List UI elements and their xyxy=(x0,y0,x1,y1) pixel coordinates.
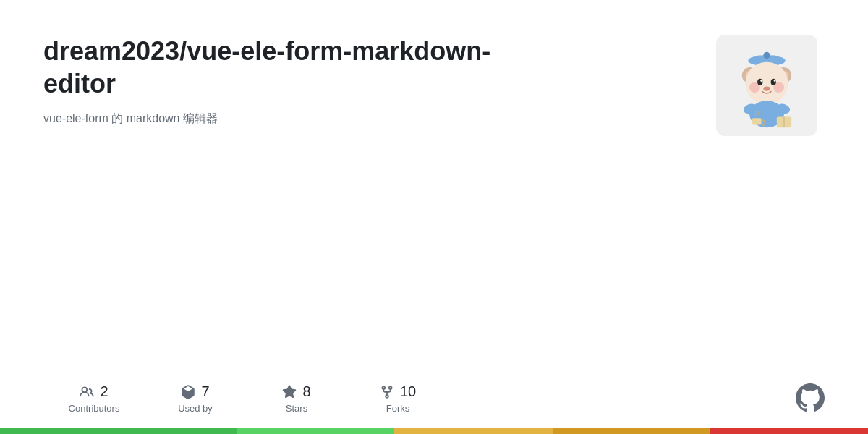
contributors-count: 2 xyxy=(100,383,108,400)
bar-segment-2 xyxy=(237,428,394,434)
stars-count: 8 xyxy=(302,383,310,400)
star-icon xyxy=(282,385,297,399)
stat-stars[interactable]: 8 Stars xyxy=(246,383,347,414)
stat-forks[interactable]: 10 Forks xyxy=(347,383,448,414)
repo-owner: dream2023/ xyxy=(43,36,187,66)
github-icon-container[interactable] xyxy=(796,383,825,412)
stat-used-by[interactable]: 7 Used by xyxy=(145,383,246,414)
svg-point-2 xyxy=(763,52,770,59)
svg-point-12 xyxy=(760,80,762,82)
language-bar xyxy=(0,428,868,434)
used-by-count: 7 xyxy=(201,383,209,400)
bar-segment-1 xyxy=(0,428,237,434)
fork-icon xyxy=(380,385,394,399)
repo-description: vue-ele-form 的 markdown 编辑器 xyxy=(43,111,709,127)
svg-point-10 xyxy=(757,79,762,85)
bar-segment-5 xyxy=(710,428,868,434)
stars-label: Stars xyxy=(286,403,307,414)
contributors-label: Contributors xyxy=(69,403,120,414)
repo-title: dream2023/vue-ele-form-markdown-editor xyxy=(43,35,550,100)
stat-contributors[interactable]: 2 Contributors xyxy=(43,383,145,414)
stats-section: 2 Contributors 7 Used by 8 Stars xyxy=(0,376,868,428)
svg-point-14 xyxy=(763,86,770,90)
svg-point-11 xyxy=(771,79,776,85)
package-icon xyxy=(181,385,195,399)
forks-count: 10 xyxy=(400,383,416,400)
people-icon xyxy=(80,385,94,399)
svg-point-13 xyxy=(774,80,776,82)
bar-segment-3 xyxy=(394,428,552,434)
repo-avatar xyxy=(716,35,817,136)
github-icon xyxy=(796,383,825,412)
svg-rect-20 xyxy=(752,118,762,124)
avatar-illustration xyxy=(723,42,810,129)
bar-segment-4 xyxy=(553,428,710,434)
forks-label: Forks xyxy=(386,403,410,414)
used-by-label: Used by xyxy=(178,403,213,414)
